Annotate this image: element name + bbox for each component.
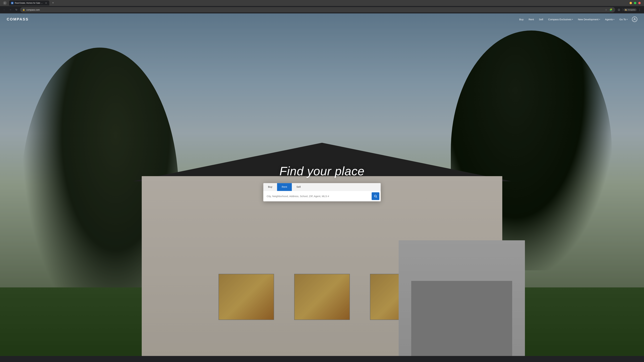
search-button[interactable] <box>372 192 379 200</box>
toolbar-right: ⊡ 🕵 Incognito ⋮ <box>616 7 642 12</box>
nav-links: Buy Rent Sell Compass Exclusives ▾ New D… <box>517 16 637 22</box>
window-close-button[interactable]: ✕ <box>638 2 641 4</box>
agents-chevron: ▾ <box>614 18 614 20</box>
hero-content: Find your place Buy Rent Sell <box>64 164 580 201</box>
window-maximize-button[interactable]: □ <box>634 2 636 4</box>
user-account-icon[interactable] <box>632 16 637 22</box>
search-tabs: Buy Rent Sell <box>263 183 381 191</box>
compass-exclusives-chevron: ▾ <box>572 18 573 20</box>
search-tab-sell[interactable]: Sell <box>292 183 306 191</box>
extensions-icon[interactable]: 🧩 <box>609 8 613 12</box>
incognito-icon: 🕵 <box>625 9 627 11</box>
tab-strip-nav[interactable]: ▾ <box>3 1 7 5</box>
forward-button[interactable]: → <box>8 7 13 12</box>
back-button[interactable]: ← <box>2 7 7 12</box>
search-input[interactable] <box>265 193 370 199</box>
new-tab-button[interactable]: + <box>51 0 55 5</box>
hero-title: Find your place <box>64 164 580 178</box>
lock-icon: 🔒 <box>22 8 25 11</box>
browser-chrome: ▾ 🏠 Real Estate, Homes for Sale & ... ✕ … <box>0 0 644 13</box>
nav-sell[interactable]: Sell <box>537 17 545 22</box>
nav-buy[interactable]: Buy <box>517 17 526 22</box>
nav-rent[interactable]: Rent <box>526 17 536 22</box>
tab-strip-left: ▾ <box>2 1 8 5</box>
go-to-chevron: ▾ <box>627 18 628 20</box>
incognito-label: Incognito <box>628 9 635 11</box>
website: COMPASS Buy Rent Sell Compass Exclusives… <box>0 13 644 356</box>
nav-go-to[interactable]: Go To ▾ <box>617 17 630 22</box>
title-bar: ▾ 🏠 Real Estate, Homes for Sale & ... ✕ … <box>0 0 644 6</box>
url-actions: ☆ 🧩 <box>604 8 613 12</box>
url-bar[interactable]: 🔒 compass.com ☆ 🧩 <box>20 7 615 12</box>
url-text: compass.com <box>26 8 603 11</box>
reload-button[interactable]: ↻ <box>14 7 19 12</box>
svg-line-2 <box>376 197 377 198</box>
nav-new-development[interactable]: New Development ▾ <box>576 17 602 22</box>
new-development-chevron: ▾ <box>599 18 600 20</box>
svg-point-0 <box>634 18 635 19</box>
search-input-row <box>263 191 381 201</box>
tab-title: Real Estate, Homes for Sale & ... <box>15 2 43 4</box>
tab-close-button[interactable]: ✕ <box>44 2 47 4</box>
tab-favicon: 🏠 <box>11 2 14 4</box>
site-nav: COMPASS Buy Rent Sell Compass Exclusives… <box>0 13 644 25</box>
nav-compass-exclusives[interactable]: Compass Exclusives ▾ <box>546 17 575 22</box>
search-tab-rent[interactable]: Rent <box>277 183 292 191</box>
bookmark-icon[interactable]: ☆ <box>604 8 608 12</box>
nav-agents[interactable]: Agents ▾ <box>603 17 616 22</box>
address-bar: ← → ↻ 🔒 compass.com ☆ 🧩 ⊡ 🕵 Incognito ⋮ <box>0 6 644 13</box>
incognito-badge: 🕵 Incognito <box>623 8 636 11</box>
site-logo[interactable]: COMPASS <box>7 17 29 21</box>
search-tab-buy[interactable]: Buy <box>263 183 277 191</box>
window-toggle-icon[interactable]: ⊡ <box>616 7 621 12</box>
browser-tab-active[interactable]: 🏠 Real Estate, Homes for Sale & ... ✕ <box>9 0 49 5</box>
window-minimize-button[interactable]: — <box>630 2 632 4</box>
more-options-icon[interactable]: ⋮ <box>637 7 642 12</box>
search-widget: Buy Rent Sell <box>263 183 381 201</box>
svg-point-1 <box>374 195 376 197</box>
